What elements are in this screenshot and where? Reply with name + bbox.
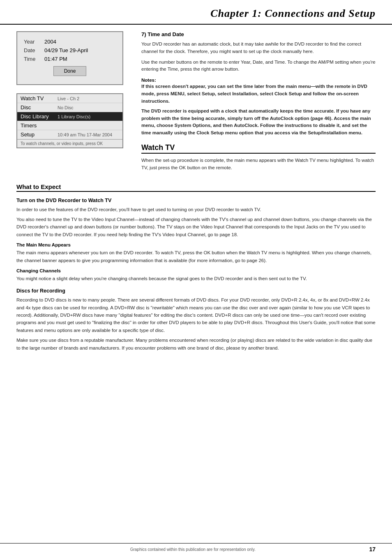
turn-on-dvd-para2: You also need to tune the TV to the Vide… bbox=[16, 216, 376, 238]
footer-center-text: Graphics contained within this publicati… bbox=[130, 547, 256, 552]
main-content: Year 2004 Date 04/29 Tue 29-April Time 0… bbox=[0, 31, 392, 175]
menu-item-disc[interactable]: Disc No Disc bbox=[17, 103, 122, 112]
turn-on-dvd-para1: In order to use the features of the DVD … bbox=[16, 206, 376, 213]
time-value: 01:47 PM bbox=[44, 56, 67, 62]
clock-time-row: Time 01:47 PM bbox=[24, 56, 116, 62]
menu-item-watch-tv[interactable]: Watch TV Live - Ch 2 bbox=[17, 94, 122, 103]
menu-value-watch-tv: Live - Ch 2 bbox=[58, 96, 79, 101]
menu-value-setup: 10:49 am Thu 17-Mar 2004 bbox=[58, 132, 112, 137]
section-7: 7) Time and Date Your DVD recorder has a… bbox=[141, 31, 376, 137]
page-header: Chapter 1: Connections and Setup bbox=[0, 0, 392, 25]
right-column: 7) Time and Date Your DVD recorder has a… bbox=[141, 31, 376, 175]
section-7-title: 7) Time and Date bbox=[141, 31, 376, 37]
date-label: Date bbox=[24, 47, 44, 53]
turn-on-dvd-heading: Turn on the DVD Recorder to Watch TV bbox=[16, 198, 376, 203]
page-footer: Graphics contained within this publicati… bbox=[0, 543, 392, 555]
menu-item-setup[interactable]: Setup 10:49 am Thu 17-Mar 2004 bbox=[17, 130, 122, 139]
menu-footer: To watch channels, or video inputs, pres… bbox=[17, 139, 122, 147]
note-2: The DVD recorder is equipped with a cloc… bbox=[141, 108, 376, 137]
note-1: If this screen doesn't appear, you can s… bbox=[141, 83, 376, 105]
discs-for-recording-heading: Discs for Recording bbox=[16, 288, 376, 294]
menu-value-disc-library: 1 Library Disc(s) bbox=[58, 114, 90, 119]
clock-year-row: Year 2004 bbox=[24, 39, 116, 45]
section-7-para2: Use the number buttons on the remote to … bbox=[141, 59, 376, 74]
chapter-title: Chapter 1: Connections and Setup bbox=[16, 7, 376, 20]
watch-tv-heading: Watch TV bbox=[141, 143, 376, 154]
discs-para2: Make sure you use discs from a reputable… bbox=[16, 336, 376, 352]
menu-label-setup: Setup bbox=[21, 131, 58, 138]
menu-label-disc: Disc bbox=[21, 104, 58, 111]
section-7-para1: Your DVD recorder has an automatic clock… bbox=[141, 41, 376, 55]
done-button[interactable]: Done bbox=[53, 66, 86, 76]
notes-label: Notes: bbox=[141, 78, 156, 83]
menu-item-disc-library[interactable]: Disc Library 1 Library Disc(s) bbox=[17, 112, 122, 121]
date-value: 04/29 Tue 29-April bbox=[44, 47, 88, 53]
notes-block: Notes: If this screen doesn't appear, yo… bbox=[141, 77, 376, 137]
left-column: Year 2004 Date 04/29 Tue 29-April Time 0… bbox=[16, 31, 131, 175]
menu-label-watch-tv: Watch TV bbox=[21, 95, 58, 101]
menu-label-disc-library: Disc Library bbox=[21, 113, 58, 120]
year-value: 2004 bbox=[44, 39, 56, 45]
changing-channels-heading: Changing Channels bbox=[16, 268, 376, 273]
main-menu-appears-heading: The Main Menu Appears bbox=[16, 242, 376, 247]
year-label: Year bbox=[24, 39, 44, 45]
menu-screen: Watch TV Live - Ch 2 Disc No Disc Disc L… bbox=[16, 93, 123, 148]
menu-label-timers: Timers bbox=[21, 122, 58, 129]
clock-date-row: Date 04/29 Tue 29-April bbox=[24, 47, 116, 53]
page-number: 17 bbox=[369, 546, 376, 553]
main-menu-appears-body: The main menu appears whenever you turn … bbox=[16, 249, 376, 264]
menu-item-timers[interactable]: Timers bbox=[17, 121, 122, 130]
watch-tv-section: Watch TV When the set-up procedure is co… bbox=[141, 143, 376, 172]
clock-screen: Year 2004 Date 04/29 Tue 29-April Time 0… bbox=[16, 31, 123, 85]
what-to-expect-section: What to Expect Turn on the DVD Recorder … bbox=[0, 183, 392, 352]
watch-tv-body: When the set-up procedure is complete, t… bbox=[141, 157, 376, 172]
what-to-expect-heading: What to Expect bbox=[16, 183, 376, 192]
time-label: Time bbox=[24, 56, 44, 62]
discs-para1: Recording to DVD discs is new to many pe… bbox=[16, 296, 376, 334]
changing-channels-body: You might notice a slight delay when you… bbox=[16, 275, 376, 282]
menu-value-disc: No Disc bbox=[58, 105, 74, 110]
